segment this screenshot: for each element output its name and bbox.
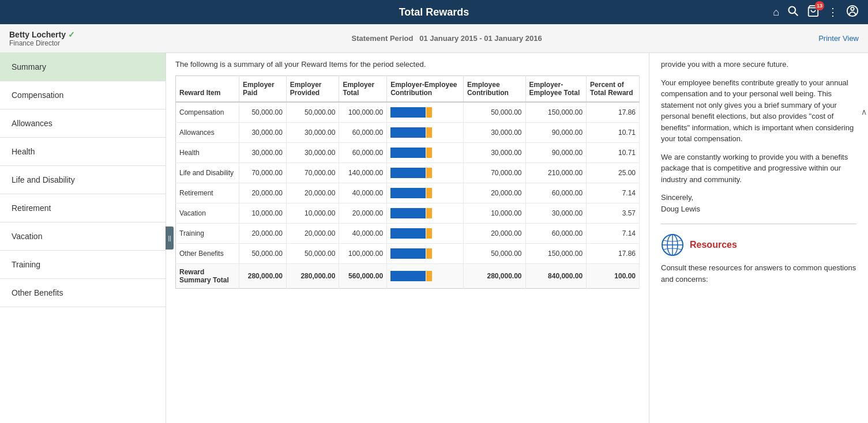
- table-row: Allowances 30,000.00 30,000.00 60,000.00…: [176, 123, 640, 143]
- cell-ee-total: 60,000.00: [525, 183, 587, 203]
- cell-ee-total: 60,000.00: [525, 224, 587, 244]
- verified-icon: ✓: [68, 30, 75, 39]
- cell-item: Vacation: [176, 203, 239, 224]
- sidebar-item-compensation[interactable]: Compensation: [0, 81, 166, 109]
- col-header-item: Reward Item: [176, 76, 239, 103]
- cell-emp-paid: 50,000.00: [239, 244, 287, 264]
- cell-emp-total: 60,000.00: [339, 143, 387, 163]
- right-panel: provide you with a more secure future. Y…: [649, 53, 868, 423]
- col-header-emp-total: Employer Total: [339, 76, 387, 103]
- cell-item: Life and Disability: [176, 163, 239, 183]
- content-intro: The followng is a summary of all your Re…: [175, 60, 640, 69]
- cell-bar: [387, 203, 464, 224]
- col-header-ee-total: Employer-Employee Total: [525, 76, 587, 103]
- cell-ee-total: 840,000.00: [525, 264, 587, 289]
- sidebar-item-allowances[interactable]: Allowances: [0, 109, 166, 138]
- cell-employee-contribution: 30,000.00: [463, 143, 525, 163]
- sidebar-item-retirement[interactable]: Retirement: [0, 194, 166, 222]
- bar-blue: [390, 208, 426, 218]
- cell-emp-provided: 20,000.00: [286, 224, 339, 244]
- cell-percent: 10.71: [587, 143, 640, 163]
- svg-point-4: [851, 7, 854, 10]
- cell-ee-total: 90,000.00: [525, 123, 587, 143]
- bar-blue: [390, 127, 426, 138]
- globe-icon: [661, 233, 684, 256]
- cart-badge: 13: [815, 1, 824, 10]
- content-area: The followng is a summary of all your Re…: [166, 53, 649, 423]
- cell-emp-paid: 20,000.00: [239, 183, 287, 203]
- cell-emp-paid: 30,000.00: [239, 143, 287, 163]
- cell-ee-total: 30,000.00: [525, 203, 587, 224]
- user-name: Betty Locherty ✓: [9, 30, 75, 39]
- cell-ee-total: 150,000.00: [525, 244, 587, 264]
- cell-item: Health: [176, 143, 239, 163]
- home-icon[interactable]: ⌂: [773, 6, 779, 18]
- bar-yellow: [426, 271, 432, 281]
- cell-emp-paid: 50,000.00: [239, 102, 287, 123]
- table-row: Vacation 10,000.00 10,000.00 20,000.00 1…: [176, 203, 640, 224]
- cell-emp-paid: 10,000.00: [239, 203, 287, 224]
- cell-emp-total: 100,000.00: [339, 102, 387, 123]
- cell-item: Training: [176, 224, 239, 244]
- cell-percent: 7.14: [587, 224, 640, 244]
- more-icon[interactable]: ⋮: [828, 6, 838, 18]
- bar-blue: [390, 248, 426, 259]
- sidebar-item-other-benefits[interactable]: Other Benefits: [0, 279, 166, 307]
- cell-item: Retirement: [176, 183, 239, 203]
- cart-icon[interactable]: 13: [807, 5, 820, 20]
- table-row: Life and Disability 70,000.00 70,000.00 …: [176, 163, 640, 183]
- bar-blue: [390, 168, 426, 178]
- bar-blue: [390, 107, 426, 118]
- top-bar: Total Rewards ⌂ 13 ⋮: [0, 0, 868, 24]
- col-header-ee-contribution: Employer-Employee Contribution: [387, 76, 464, 103]
- cell-bar: [387, 264, 464, 289]
- cell-employee-contribution: 280,000.00: [463, 264, 525, 289]
- right-panel-para1: Your employee benefits contribute greatl…: [661, 77, 856, 145]
- cell-percent: 3.57: [587, 203, 640, 224]
- cell-bar: [387, 163, 464, 183]
- cell-emp-provided: 50,000.00: [286, 102, 339, 123]
- bar-yellow: [426, 188, 432, 198]
- sidebar-item-training[interactable]: Training: [0, 251, 166, 279]
- reward-table: Reward Item Employer Paid Employer Provi…: [175, 75, 640, 289]
- cell-percent: 25.00: [587, 163, 640, 183]
- cell-emp-provided: 20,000.00: [286, 183, 339, 203]
- cell-emp-provided: 10,000.00: [286, 203, 339, 224]
- col-header-employee-contribution: Employee Contribution: [463, 76, 525, 103]
- cell-percent: 10.71: [587, 123, 640, 143]
- cell-emp-total: 560,000.00: [339, 264, 387, 289]
- cell-item: Reward Summary Total: [176, 264, 239, 289]
- cell-employee-contribution: 30,000.00: [463, 123, 525, 143]
- cell-emp-paid: 20,000.00: [239, 224, 287, 244]
- cell-item: Other Benefits: [176, 244, 239, 264]
- user-profile-icon[interactable]: [846, 5, 859, 20]
- table-row: Reward Summary Total 280,000.00 280,000.…: [176, 264, 640, 289]
- scroll-up-arrow[interactable]: ∧: [861, 106, 867, 118]
- cell-emp-provided: 50,000.00: [286, 244, 339, 264]
- app-title: Total Rewards: [399, 6, 469, 18]
- sidebar-item-health[interactable]: Health: [0, 138, 166, 166]
- sidebar-item-life-disability[interactable]: Life and Disability: [0, 166, 166, 194]
- bar-yellow: [426, 248, 432, 259]
- cell-ee-total: 90,000.00: [525, 143, 587, 163]
- resources-text: Consult these resources for answers to c…: [661, 262, 856, 285]
- search-icon[interactable]: [787, 5, 799, 20]
- cell-ee-total: 210,000.00: [525, 163, 587, 183]
- sidebar-collapse-handle[interactable]: ||: [166, 226, 174, 250]
- bar-yellow: [426, 208, 432, 218]
- printer-view-link[interactable]: Printer View: [818, 34, 859, 43]
- resources-title: Resources: [690, 238, 737, 252]
- cell-bar: [387, 244, 464, 264]
- table-row: Training 20,000.00 20,000.00 40,000.00 2…: [176, 224, 640, 244]
- sidebar-item-vacation[interactable]: Vacation: [0, 222, 166, 251]
- cell-bar: [387, 224, 464, 244]
- resources-section: Resources: [661, 233, 856, 256]
- sidebar-item-summary[interactable]: Summary: [0, 53, 166, 81]
- bar-yellow: [426, 148, 432, 158]
- cell-item: Allowances: [176, 123, 239, 143]
- cell-emp-paid: 70,000.00: [239, 163, 287, 183]
- table-row: Other Benefits 50,000.00 50,000.00 100,0…: [176, 244, 640, 264]
- sidebar: Summary Compensation Allowances Health L…: [0, 53, 166, 423]
- bar-blue: [390, 148, 426, 158]
- cell-percent: 17.86: [587, 244, 640, 264]
